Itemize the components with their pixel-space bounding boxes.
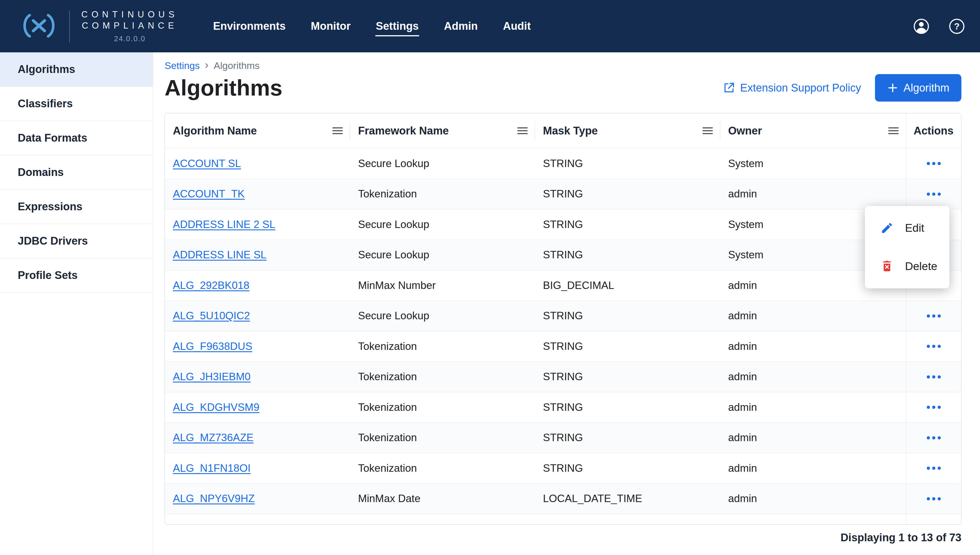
table-row: ALG_N1FN18OI Tokenization STRING admin (165, 453, 961, 483)
row-actions-menu: Edit Delete (865, 206, 949, 289)
algorithm-name-link[interactable]: ALG_NPY6V9HZ (173, 492, 255, 504)
row-actions-cell (906, 514, 961, 525)
column-menu-icon[interactable] (888, 127, 899, 135)
more-actions-icon[interactable] (924, 189, 944, 200)
column-menu-icon[interactable] (702, 127, 713, 135)
top-nav-item[interactable]: Monitor (310, 16, 351, 37)
more-actions-icon[interactable] (924, 523, 944, 525)
mask-type-cell: STRING (535, 218, 720, 231)
mask-type-cell: STRING (535, 371, 720, 383)
breadcrumb-separator: › (205, 59, 209, 71)
more-actions-icon[interactable] (924, 402, 944, 413)
mask-type-cell: STRING (535, 523, 720, 525)
framework-name-cell: Secure Lookup (350, 249, 535, 261)
sidebar-item[interactable]: Data Formats (0, 121, 153, 156)
top-nav-item[interactable]: Audit (502, 16, 531, 37)
user-account-icon[interactable] (913, 18, 930, 35)
algorithm-name-link[interactable]: ADDRESS LINE 2 SL (173, 218, 275, 230)
breadcrumb-settings-link[interactable]: Settings (165, 60, 200, 71)
row-actions-cell (906, 331, 961, 362)
mask-type-cell: BIG_DECIMAL (535, 279, 720, 292)
more-actions-icon[interactable] (924, 158, 944, 169)
add-algorithm-button[interactable]: Algorithm (875, 74, 962, 101)
owner-cell: admin (720, 492, 906, 505)
delphix-logo-icon (20, 13, 58, 39)
framework-name-cell: Tokenization (350, 401, 535, 413)
settings-sidebar: Algorithms Classifiers Data Formats Doma… (0, 52, 153, 555)
table-row: ALG_NPY6V9HZ MinMax Date LOCAL_DATE_TIME… (165, 483, 961, 514)
more-actions-icon[interactable] (924, 493, 944, 504)
framework-name-cell: Tokenization (350, 371, 535, 383)
brand-line-2: COMPLIANCE (82, 20, 178, 32)
algorithm-name-link[interactable]: ALG_MZ736AZE (173, 432, 254, 443)
top-nav-item[interactable]: Environments (212, 16, 286, 37)
brand-text: CONTINUOUS COMPLIANCE 24.0.0.0 (81, 9, 178, 43)
sidebar-item[interactable]: JDBC Drivers (0, 224, 153, 258)
framework-name-cell: Tokenization (350, 188, 535, 200)
pencil-icon (880, 221, 893, 234)
edit-menu-item[interactable]: Edit (865, 209, 949, 247)
owner-cell: admin (720, 462, 906, 474)
row-actions-cell (906, 392, 961, 423)
algorithm-name-link[interactable]: ALG_N1FN18OI (173, 462, 251, 474)
delete-menu-item[interactable]: Delete (865, 247, 949, 286)
algorithm-name-link[interactable]: ALG_KDGHVSM9 (173, 401, 259, 413)
more-actions-icon[interactable] (924, 341, 944, 352)
column-header-owner: Owner (720, 113, 906, 148)
column-header-algorithm-name: Algorithm Name (165, 113, 350, 148)
help-icon[interactable]: ? (948, 18, 965, 35)
owner-cell: admin (720, 188, 906, 200)
table-row: ALG_MZ736AZE Tokenization STRING admin (165, 423, 961, 453)
column-header-actions: Actions (906, 113, 961, 148)
sidebar-item[interactable]: Profile Sets (0, 258, 153, 293)
framework-name-cell: MinMax Number (350, 279, 535, 292)
table-row: ALG_JH3IEBM0 Tokenization STRING admin (165, 362, 961, 392)
more-actions-icon[interactable] (924, 371, 944, 382)
algorithm-name-link[interactable]: ACCOUNT SL (173, 158, 241, 169)
mask-type-cell: LOCAL_DATE_TIME (535, 492, 720, 505)
column-menu-icon[interactable] (332, 127, 343, 135)
row-actions-cell (906, 453, 961, 483)
external-link-icon (723, 82, 735, 94)
extension-support-policy-link[interactable]: Extension Support Policy (723, 82, 861, 94)
breadcrumb: Settings › Algorithms (165, 60, 961, 71)
row-actions-cell (906, 301, 961, 331)
mask-type-cell: STRING (535, 310, 720, 322)
top-nav-item[interactable]: Admin (443, 16, 478, 37)
plus-icon (887, 82, 898, 93)
owner-cell: admin (720, 432, 906, 444)
sidebar-item[interactable]: Classifiers (0, 87, 153, 121)
mask-type-cell: STRING (535, 340, 720, 353)
framework-name-cell: MinMax Date (350, 492, 535, 505)
top-nav-item[interactable]: Settings (375, 16, 419, 37)
column-menu-icon[interactable] (517, 127, 528, 135)
row-actions-cell (906, 362, 961, 392)
trash-delete-icon (880, 260, 893, 273)
algorithm-name-link[interactable]: ALG_5U10QIC2 (173, 310, 250, 322)
top-navigation-bar: CONTINUOUS COMPLIANCE 24.0.0.0 Environme… (0, 0, 980, 52)
algorithm-name-link[interactable]: ALG_JH3IEBM0 (173, 371, 251, 382)
more-actions-icon[interactable] (924, 463, 944, 474)
owner-cell: System (720, 158, 906, 170)
owner-cell: admin (720, 340, 906, 353)
table-row: ACCOUNT_TK Tokenization STRING admin (165, 179, 961, 209)
more-actions-icon[interactable] (924, 310, 944, 322)
sidebar-item[interactable]: Algorithms (0, 52, 153, 87)
top-nav: Environments Monitor Settings Admin Audi… (212, 16, 531, 37)
sidebar-item[interactable]: Domains (0, 156, 153, 190)
breadcrumb-current: Algorithms (214, 60, 260, 71)
sidebar-item[interactable]: Expressions (0, 190, 153, 224)
framework-name-cell: Tokenization (350, 340, 535, 353)
algorithm-name-link[interactable]: ALG_292BK018 (173, 279, 249, 291)
owner-cell: admin (720, 401, 906, 413)
mask-type-cell: STRING (535, 432, 720, 444)
framework-name-cell: Secure Lookup (350, 523, 535, 525)
more-actions-icon[interactable] (924, 432, 944, 443)
algorithm-name-link[interactable]: ACCOUNT_TK (173, 188, 245, 200)
table-row: ADDRESS LINE 2 SL Secure Lookup STRING S… (165, 209, 961, 240)
framework-name-cell: Tokenization (350, 432, 535, 444)
algorithm-name-link[interactable]: ADDRESS LINE SL (173, 249, 267, 261)
algorithms-table: Algorithm Name Framework Name Mask Type (165, 113, 961, 525)
algorithm-name-link[interactable]: ALG_TI7473II (173, 523, 239, 525)
algorithm-name-link[interactable]: ALG_F9638DUS (173, 340, 252, 352)
